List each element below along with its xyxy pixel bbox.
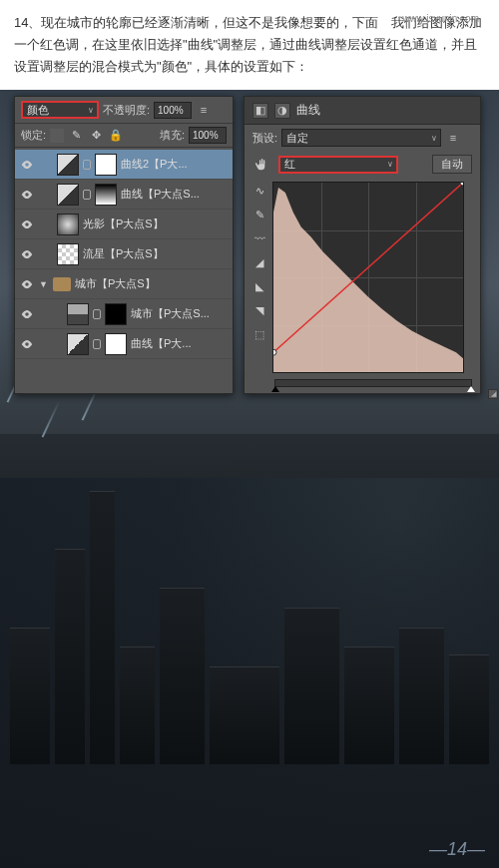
layer-name[interactable]: 曲线【P大... [131,336,229,351]
lock-transparent-icon[interactable] [50,129,64,143]
link-icon[interactable] [93,309,101,319]
preset-label: 预设: [252,131,277,146]
svg-point-1 [273,350,276,356]
panel-menu-icon[interactable]: ≡ [196,102,212,118]
mask-thumb[interactable] [95,154,117,176]
svg-line-0 [273,183,463,352]
visibility-icon[interactable] [19,276,35,292]
eyedropper-white-icon[interactable]: ◥ [250,301,268,319]
visibility-icon[interactable] [19,217,35,232]
pencil-tool-icon[interactable]: ✎ [250,206,268,223]
expand-icon[interactable]: ▼ [39,279,49,289]
masks-tab-icon[interactable]: ◑ [274,103,290,119]
layer-row[interactable]: 曲线【P大点S... [15,180,233,210]
visibility-icon[interactable] [19,336,35,352]
panel-resize-icon[interactable]: ◢ [488,389,498,399]
curves-graph[interactable] [272,182,464,373]
layer-row[interactable]: 曲线2【P大... [15,150,233,180]
curve-line[interactable] [273,183,463,372]
layer-name[interactable]: 城市【P大点S】 [75,276,229,291]
link-icon[interactable] [83,160,91,170]
eyedropper-black-icon[interactable]: ◢ [250,253,268,271]
channel-dropdown[interactable]: 红 [278,156,398,174]
layer-list: 曲线2【P大... 曲线【P大点S... 光影【P大点S】 流星【P大 [15,148,233,361]
layer-row[interactable]: 流星【P大点S】 [15,239,233,269]
blend-mode-dropdown[interactable]: 颜色 [21,101,99,119]
layer-row[interactable]: ▼ 城市【P大点S】 [15,269,233,299]
layer-thumb[interactable] [57,243,79,265]
link-icon[interactable] [93,339,101,349]
mask-thumb[interactable] [95,184,117,206]
fill-value[interactable]: 100% [189,127,227,144]
preset-menu-icon[interactable]: ≡ [445,130,461,146]
adjustment-tab-icon[interactable]: ◧ [252,103,268,119]
layers-panel: 颜色 不透明度: 100% ≡ 锁定: ✎ ✥ 🔒 填充: 100% 曲线2【P… [14,96,234,394]
visibility-icon[interactable] [19,306,35,322]
fill-label: 填充: [160,128,185,143]
lock-all-icon[interactable]: 🔒 [108,128,124,144]
preset-dropdown[interactable]: 自定 [281,129,441,147]
lock-brush-icon[interactable]: ✎ [68,128,84,144]
lock-move-icon[interactable]: ✥ [88,128,104,144]
opacity-label: 不透明度: [103,103,150,118]
link-icon[interactable] [83,190,91,200]
curves-panel: ◧ ◑ 曲线 预设: 自定 ≡ 红 自动 ∿ ✎ 〰 ◢ ◣ ◥ ⬚ [244,96,481,394]
visibility-icon[interactable] [19,246,35,262]
layer-name[interactable]: 曲线2【P大... [121,157,229,172]
white-point-handle[interactable] [467,386,475,392]
layer-name[interactable]: 流星【P大点S】 [83,246,229,261]
layer-thumb[interactable] [57,214,79,235]
layer-name[interactable]: 光影【P大点S】 [83,217,229,231]
folder-icon[interactable] [53,277,71,291]
layer-row[interactable]: 城市【P大点S... [15,299,233,329]
adjustment-thumb[interactable] [57,154,79,176]
visibility-icon[interactable] [19,187,35,203]
opacity-value[interactable]: 100% [154,102,192,119]
output-slider[interactable] [274,379,472,387]
layer-name[interactable]: 曲线【P大点S... [121,187,229,202]
lock-label: 锁定: [21,128,46,143]
panel-title: 曲线 [296,102,320,119]
hand-target-icon[interactable] [252,157,272,173]
layer-name[interactable]: 城市【P大点S... [131,306,229,321]
mask-thumb[interactable] [105,303,127,325]
watermark-text: www.jsyunjn.com [402,13,479,24]
layer-thumb[interactable] [67,303,89,325]
page-number: —14— [429,839,485,860]
layer-row[interactable]: 曲线【P大... [15,329,233,359]
eyedropper-gray-icon[interactable]: ◣ [250,277,268,295]
clip-icon[interactable]: ⬚ [250,325,268,343]
black-point-handle[interactable] [271,386,279,392]
adjustment-thumb[interactable] [67,333,89,355]
mask-thumb[interactable] [105,333,127,355]
layer-row[interactable]: 光影【P大点S】 [15,210,233,239]
smooth-tool-icon[interactable]: 〰 [250,229,268,247]
adjustment-thumb[interactable] [57,184,79,206]
visibility-icon[interactable] [19,157,35,173]
auto-button[interactable]: 自动 [432,155,472,174]
curve-point-tool-icon[interactable]: ∿ [250,182,268,200]
